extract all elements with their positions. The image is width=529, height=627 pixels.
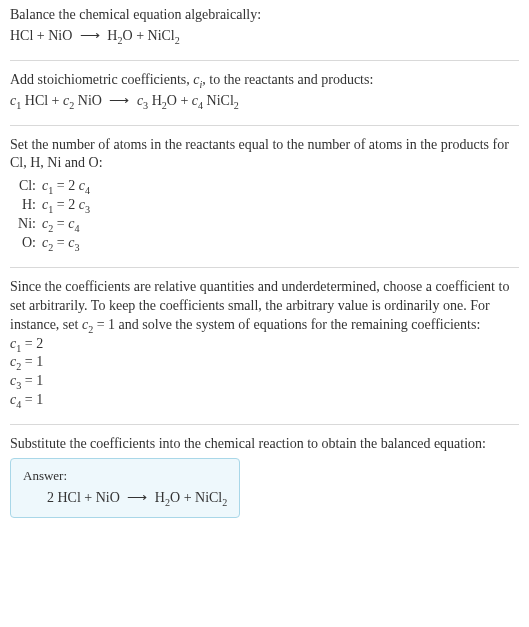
answer-label: Answer:: [23, 467, 227, 485]
solution-line: c1 = 2: [10, 335, 519, 354]
equation-with-coefficients: c1 HCl + c2 NiO ⟶ c3 H2O + c4 NiCl2: [10, 92, 519, 111]
solution-line: c2 = 1: [10, 353, 519, 372]
balance-equation: c1 = 2 c3: [42, 196, 94, 215]
answer-box: Answer: 2 HCl + NiO ⟶ H2O + NiCl2: [10, 458, 240, 518]
equation-unbalanced: HCl + NiO ⟶ H2O + NiCl2: [10, 27, 519, 46]
solution-line: c4 = 1: [10, 391, 519, 410]
table-row: H: c1 = 2 c3: [10, 196, 94, 215]
element-label: O:: [10, 234, 42, 253]
atom-balance-intro: Set the number of atoms in the reactants…: [10, 136, 519, 174]
page: Balance the chemical equation algebraica…: [0, 0, 529, 532]
table-row: Ni: c2 = c4: [10, 215, 94, 234]
answer-equation: 2 HCl + NiO ⟶ H2O + NiCl2: [23, 489, 227, 508]
table-row: Cl: c1 = 2 c4: [10, 177, 94, 196]
section-intro: Balance the chemical equation algebraica…: [10, 6, 519, 61]
element-label: Ni:: [10, 215, 42, 234]
answer-intro: Substitute the coefficients into the che…: [10, 435, 519, 454]
element-label: H:: [10, 196, 42, 215]
section-atom-balance: Set the number of atoms in the reactants…: [10, 136, 519, 268]
intro-text: Balance the chemical equation algebraica…: [10, 6, 519, 25]
atom-balance-table: Cl: c1 = 2 c4 H: c1 = 2 c3 Ni: c2 = c4 O…: [10, 177, 94, 253]
table-row: O: c2 = c3: [10, 234, 94, 253]
section-coefficients: Add stoichiometric coefficients, ci, to …: [10, 71, 519, 126]
solutions-list: c1 = 2 c2 = 1 c3 = 1 c4 = 1: [10, 335, 519, 411]
solve-intro: Since the coefficients are relative quan…: [10, 278, 519, 335]
solution-line: c3 = 1: [10, 372, 519, 391]
section-answer: Substitute the coefficients into the che…: [10, 435, 519, 518]
balance-equation: c1 = 2 c4: [42, 177, 94, 196]
coeff-intro: Add stoichiometric coefficients, ci, to …: [10, 71, 519, 90]
balance-equation: c2 = c3: [42, 234, 94, 253]
balance-equation: c2 = c4: [42, 215, 94, 234]
element-label: Cl:: [10, 177, 42, 196]
section-solve: Since the coefficients are relative quan…: [10, 278, 519, 425]
